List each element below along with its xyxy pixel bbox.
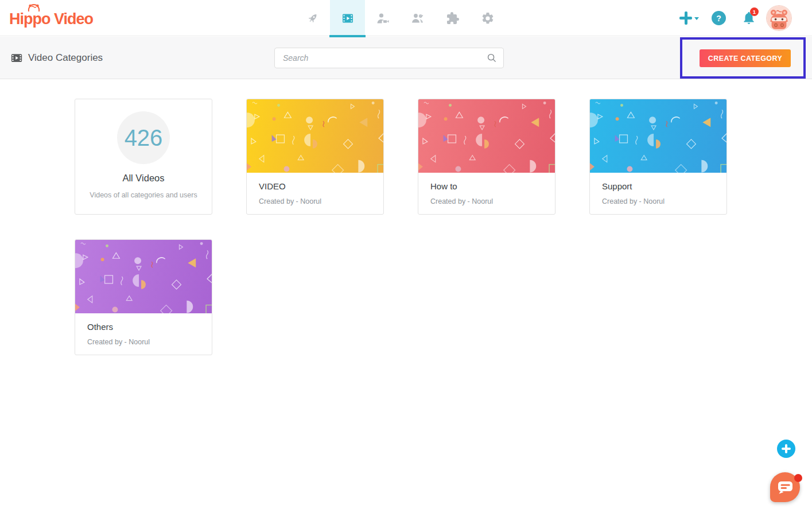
nav-item-settings[interactable] — [470, 0, 505, 36]
category-title: Others — [87, 322, 200, 332]
person-camera-icon — [376, 11, 390, 25]
confetti-pattern — [418, 99, 555, 173]
confetti-pattern — [247, 99, 383, 173]
page-title: Video Categories — [10, 52, 103, 64]
page-header-bar: Video Categories CREATE CATEGORY — [0, 37, 812, 79]
category-banner — [247, 99, 383, 173]
create-category-button[interactable]: CREATE CATEGORY — [700, 49, 791, 67]
video-count: 426 — [125, 125, 163, 151]
question-icon: ? — [716, 14, 721, 23]
add-floating-button[interactable] — [777, 440, 795, 458]
card-subtitle: Videos of all categories and users — [75, 191, 212, 199]
main-nav — [295, 0, 505, 36]
nav-item-personal-videos[interactable] — [365, 0, 400, 36]
category-card-support[interactable]: Support Created by - Noorul — [589, 99, 727, 215]
category-title: How to — [430, 181, 543, 191]
category-creator: Created by - Noorul — [430, 197, 543, 205]
nav-item-rocket[interactable] — [295, 0, 330, 36]
category-title: Support — [602, 181, 714, 191]
film-strip-icon — [10, 52, 23, 64]
search-bar — [274, 48, 504, 68]
confetti-pattern — [75, 240, 212, 313]
category-banner — [418, 99, 555, 173]
puzzle-icon — [446, 11, 460, 25]
category-card-others[interactable]: Others Created by - Noorul — [75, 239, 212, 355]
all-videos-card[interactable]: 426 All Videos Videos of all categories … — [75, 99, 212, 215]
create-menu-button[interactable] — [679, 11, 699, 25]
category-creator: Created by - Noorul — [602, 197, 714, 205]
hippo-avatar-icon — [767, 6, 791, 30]
video-count-circle: 426 — [117, 111, 170, 164]
confetti-pattern — [590, 99, 726, 173]
category-creator: Created by - Noorul — [259, 197, 371, 205]
category-card-how-to[interactable]: How to Created by - Noorul — [418, 99, 555, 215]
logo-text: Hippo Video — [9, 10, 93, 28]
search-icon — [485, 52, 498, 64]
film-icon — [341, 11, 355, 25]
chat-notification-dot — [794, 474, 802, 482]
chat-launcher-button[interactable] — [770, 472, 800, 502]
category-creator: Created by - Noorul — [87, 338, 200, 346]
notifications-button[interactable]: 1 — [741, 10, 757, 26]
rocket-icon — [306, 11, 320, 25]
card-title: All Videos — [75, 173, 212, 184]
nav-item-integrations[interactable] — [435, 0, 470, 36]
user-avatar[interactable] — [767, 6, 791, 30]
top-bar: Hippo Video — [0, 0, 812, 36]
gear-icon — [481, 11, 495, 25]
search-input[interactable] — [274, 48, 504, 68]
category-banner — [75, 240, 212, 313]
page-title-text: Video Categories — [28, 52, 103, 64]
category-title: VIDEO — [259, 181, 371, 191]
chevron-down-icon — [694, 17, 699, 20]
hippo-doodle-icon — [26, 3, 41, 12]
nav-item-video-library[interactable] — [330, 0, 365, 36]
two-people-icon — [411, 11, 425, 25]
plus-icon — [685, 11, 687, 25]
nav-item-team-users[interactable] — [400, 0, 435, 36]
help-button[interactable]: ? — [712, 11, 726, 25]
category-card-video[interactable]: VIDEO Created by - Noorul — [246, 99, 384, 215]
category-banner — [590, 99, 726, 173]
notification-badge: 1 — [750, 7, 759, 16]
hippo-video-logo[interactable]: Hippo Video — [9, 10, 93, 28]
